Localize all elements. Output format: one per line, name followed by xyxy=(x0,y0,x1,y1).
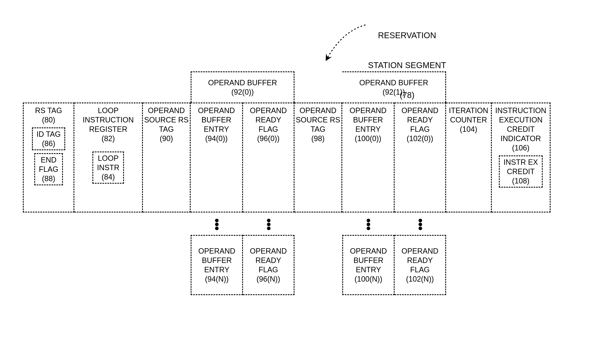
end-flag-label: END FLAG (88) xyxy=(39,156,58,183)
id-tag-label: ID TAG (86) xyxy=(37,130,61,148)
operand-buffer-entry-0n-label: OPERAND BUFFER ENTRY (94(N)) xyxy=(198,246,235,284)
operand-source-rs-tag-0-cell: OPERAND SOURCE RS TAG (90) xyxy=(143,103,191,212)
end-flag-box: END FLAG (88) xyxy=(34,153,63,185)
loop-instr-label: LOOP INSTR (84) xyxy=(97,154,119,181)
rs-tag-cell: RS TAG (80) ID TAG (86) END FLAG (88) xyxy=(23,103,74,212)
ellipsis-icon: ••• xyxy=(191,212,243,235)
instruction-execution-credit-indicator-cell: INSTRUCTION EXECUTION CREDIT INDICATOR (… xyxy=(492,103,551,212)
operand-buffer-0-header: OPERAND BUFFER (92(0)) xyxy=(191,71,295,103)
diagram-main: OPERAND BUFFER (92(0)) OPERAND BUFFER (9… xyxy=(23,71,551,295)
operand-buffer-entry-1n-label: OPERAND BUFFER ENTRY (100(N)) xyxy=(350,246,387,284)
loop-instruction-register-cell: LOOP INSTRUCTION REGISTER (82) LOOP INST… xyxy=(74,103,143,212)
main-row: RS TAG (80) ID TAG (86) END FLAG (88) LO… xyxy=(23,103,551,212)
ellipsis-icon: ••• xyxy=(243,212,295,235)
operand-ready-flag-1n-cell: OPERAND READY FLAG (102(N)) xyxy=(394,235,446,295)
operand-buffer-1-header: OPERAND BUFFER (92(1)) xyxy=(342,71,446,103)
rs-tag-label: RS TAG (80) xyxy=(35,106,62,125)
operand-buffer-1-header-text: OPERAND BUFFER (92(1)) xyxy=(359,78,428,97)
loop-instruction-register-label: LOOP INSTRUCTION REGISTER (82) xyxy=(83,106,134,143)
operand-ready-flag-1n-label: OPERAND READY FLAG (102(N)) xyxy=(401,246,438,284)
instr-ex-credit-box: INSTR EX CREDIT (108) xyxy=(499,156,543,188)
id-tag-box: ID TAG (86) xyxy=(32,127,65,150)
operand-ready-flag-0n-cell: OPERAND READY FLAG (96(N)) xyxy=(243,235,295,295)
operand-ready-flag-0-label: OPERAND READY FLAG (96(0)) xyxy=(250,106,287,143)
operand-ready-flag-1-label: OPERAND READY FLAG (102(0)) xyxy=(401,106,438,143)
operand-source-rs-tag-1-label: OPERAND SOURCE RS TAG (98) xyxy=(296,106,340,143)
operand-buffer-entry-0-cell: OPERAND BUFFER ENTRY (94(0)) xyxy=(191,103,243,212)
operand-source-rs-tag-0-label: OPERAND SOURCE RS TAG (90) xyxy=(144,106,189,143)
instr-ex-credit-label: INSTR EX CREDIT (108) xyxy=(503,158,538,185)
ellipsis-icon: ••• xyxy=(394,212,446,235)
ellipsis-row: ••• ••• ••• ••• xyxy=(23,212,551,235)
operand-ready-flag-0n-label: OPERAND READY FLAG (96(N)) xyxy=(250,246,287,284)
operand-buffer-entry-1-cell: OPERAND BUFFER ENTRY (100(0)) xyxy=(342,103,394,212)
bottom-row: OPERAND BUFFER ENTRY (94(N)) OPERAND REA… xyxy=(23,235,551,295)
loop-instr-box: LOOP INSTR (84) xyxy=(92,152,124,184)
operand-buffer-0-header-text: OPERAND BUFFER (92(0)) xyxy=(208,78,277,97)
operand-ready-flag-1-cell: OPERAND READY FLAG (102(0)) xyxy=(394,103,446,212)
operand-source-rs-tag-1-cell: OPERAND SOURCE RS TAG (98) xyxy=(295,103,342,212)
pointer-arrow xyxy=(320,23,370,64)
ellipsis-icon: ••• xyxy=(342,212,394,235)
operand-buffer-entry-0-label: OPERAND BUFFER ENTRY (94(0)) xyxy=(198,106,235,143)
operand-buffer-entry-1-label: OPERAND BUFFER ENTRY (100(0)) xyxy=(350,106,386,143)
instruction-execution-credit-indicator-label: INSTRUCTION EXECUTION CREDIT INDICATOR (… xyxy=(495,106,546,153)
iteration-counter-label: ITERATION COUNTER (104) xyxy=(449,106,488,134)
operand-buffer-entry-0n-cell: OPERAND BUFFER ENTRY (94(N)) xyxy=(191,235,243,295)
operand-buffer-entry-1n-cell: OPERAND BUFFER ENTRY (100(N)) xyxy=(342,235,394,295)
iteration-counter-cell: ITERATION COUNTER (104) xyxy=(446,103,492,212)
operand-ready-flag-0-cell: OPERAND READY FLAG (96(0)) xyxy=(243,103,295,212)
header-row: OPERAND BUFFER (92(0)) OPERAND BUFFER (9… xyxy=(23,71,551,103)
